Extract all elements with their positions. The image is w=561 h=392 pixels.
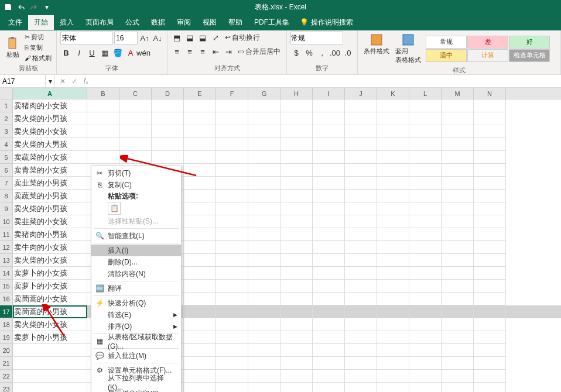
cell[interactable] (345, 164, 377, 177)
name-box[interactable] (0, 75, 46, 87)
cell[interactable] (345, 177, 377, 190)
cell[interactable] (345, 215, 377, 228)
font-size-select[interactable] (114, 32, 138, 44)
cell[interactable] (345, 190, 377, 202)
cell[interactable] (87, 138, 119, 151)
cell[interactable] (409, 177, 442, 190)
cell[interactable] (345, 254, 377, 267)
tab-view[interactable]: 视图 (197, 15, 223, 30)
tab-page-layout[interactable]: 页面布局 (80, 15, 119, 30)
cell[interactable] (216, 241, 248, 254)
cell[interactable] (280, 344, 313, 357)
phonetic-button[interactable]: wén (138, 47, 149, 59)
cell[interactable] (216, 370, 248, 383)
cell[interactable] (313, 190, 345, 202)
cell[interactable] (377, 357, 409, 370)
col-header-M[interactable]: M (442, 88, 474, 99)
cell[interactable] (442, 370, 474, 383)
cell[interactable] (409, 190, 442, 202)
row-header-2[interactable]: 2 (0, 112, 12, 125)
cell[interactable] (313, 280, 345, 293)
cell[interactable] (184, 254, 216, 267)
row-header-18[interactable]: 18 (0, 318, 12, 331)
align-right-button[interactable]: ≡ (197, 46, 208, 57)
cell[interactable] (474, 280, 506, 293)
row-header-5[interactable]: 5 (0, 151, 12, 164)
cell[interactable] (184, 215, 216, 228)
redo-icon[interactable] (28, 1, 40, 13)
cell[interactable] (345, 280, 377, 293)
col-header-N[interactable]: N (474, 88, 506, 99)
cell[interactable] (280, 370, 313, 383)
cell[interactable] (13, 344, 87, 357)
cell[interactable] (313, 99, 345, 112)
row-header-1[interactable]: 1 (0, 99, 12, 112)
row-header-10[interactable]: 10 (0, 215, 12, 228)
col-header-H[interactable]: H (280, 88, 313, 99)
cell[interactable] (216, 228, 248, 241)
cell[interactable] (474, 228, 506, 241)
cell[interactable] (345, 202, 377, 215)
cell[interactable] (216, 293, 248, 305)
cell[interactable] (152, 151, 184, 164)
cell[interactable] (442, 177, 474, 190)
cell[interactable] (248, 202, 280, 215)
cell[interactable] (248, 112, 280, 125)
cell[interactable] (313, 383, 345, 392)
name-box-dropdown[interactable]: ▾ (46, 75, 55, 87)
undo-icon[interactable] (15, 1, 27, 13)
cell[interactable] (313, 331, 345, 344)
style-bad[interactable]: 差 (467, 36, 508, 49)
cell[interactable] (87, 125, 119, 138)
cell[interactable] (216, 138, 248, 151)
increase-indent-button[interactable]: ⇥ (223, 46, 234, 57)
cell[interactable] (280, 215, 313, 228)
bold-button[interactable]: B (60, 47, 72, 59)
font-color-button[interactable]: A (125, 47, 136, 59)
cell[interactable]: 卖猪肉的小男孩 (13, 228, 87, 241)
row-header-14[interactable]: 14 (0, 267, 12, 280)
cell[interactable] (184, 112, 216, 125)
cell[interactable] (442, 202, 474, 215)
cell[interactable] (474, 164, 506, 177)
font-name-select[interactable] (60, 32, 113, 44)
col-header-F[interactable]: F (216, 88, 248, 99)
cell[interactable] (216, 215, 248, 228)
number-format-select[interactable] (290, 32, 343, 44)
cell[interactable] (377, 331, 409, 344)
ctx-copy[interactable]: ⎘复制(C) (91, 179, 181, 191)
cell[interactable] (409, 151, 442, 164)
cell[interactable] (184, 344, 216, 357)
row-header-16[interactable]: 16 (0, 293, 12, 305)
cell[interactable] (474, 254, 506, 267)
cell[interactable] (119, 125, 152, 138)
cell[interactable] (442, 357, 474, 370)
cell[interactable] (184, 241, 216, 254)
cell[interactable] (313, 254, 345, 267)
cell[interactable] (184, 190, 216, 202)
cell[interactable] (216, 383, 248, 392)
col-header-A[interactable]: A (13, 88, 87, 99)
cell[interactable] (184, 357, 216, 370)
cell[interactable] (442, 164, 474, 177)
cell[interactable] (442, 112, 474, 125)
col-header-K[interactable]: K (377, 88, 409, 99)
cell[interactable] (442, 241, 474, 254)
row-header-21[interactable]: 21 (0, 357, 12, 370)
cell[interactable] (377, 215, 409, 228)
cell-styles-gallery[interactable]: 常规 差 好 适中 计算 检查单元格 (426, 36, 550, 62)
cell[interactable]: 卖茼蒿的小女孩 (13, 293, 87, 305)
cell[interactable] (377, 112, 409, 125)
cell[interactable] (248, 357, 280, 370)
ctx-phonetic[interactable]: 显示拼音字段(S) (91, 388, 181, 392)
tab-formulas[interactable]: 公式 (119, 15, 145, 30)
cell[interactable] (345, 357, 377, 370)
cell[interactable] (216, 99, 248, 112)
cell[interactable] (345, 370, 377, 383)
cell[interactable] (345, 267, 377, 280)
row-header-11[interactable]: 11 (0, 228, 12, 241)
cell[interactable] (474, 331, 506, 344)
cell[interactable]: 卖猪肉的小女孩 (13, 99, 87, 112)
cell[interactable] (409, 383, 442, 392)
cell[interactable] (377, 138, 409, 151)
